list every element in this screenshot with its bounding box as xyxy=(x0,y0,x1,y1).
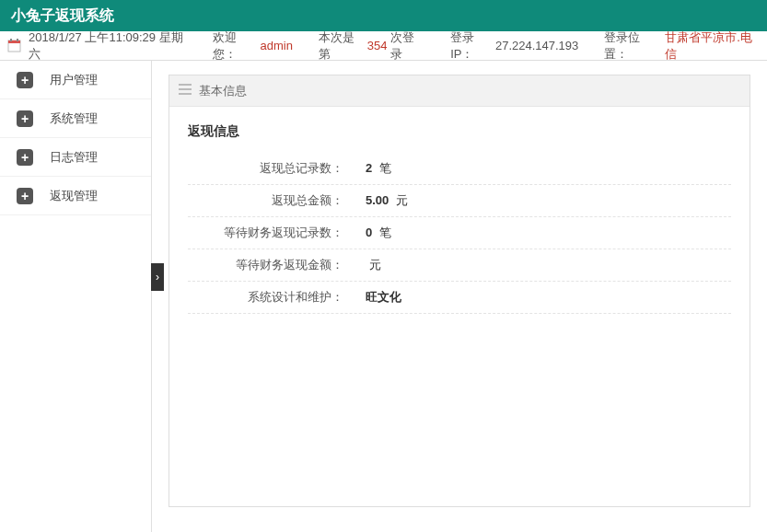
value-unit: 元 xyxy=(396,193,408,207)
login-count-suffix: 次登录 xyxy=(390,29,424,63)
svg-rect-5 xyxy=(179,88,192,90)
svg-rect-3 xyxy=(17,39,18,41)
location-label: 登录位置： xyxy=(604,29,661,63)
welcome-segment: 欢迎您： admin xyxy=(213,29,293,63)
plus-icon: + xyxy=(17,110,33,127)
info-label: 系统设计和维护： xyxy=(188,289,349,306)
location-segment: 登录位置： 甘肃省平凉市.电信 xyxy=(604,29,760,63)
value-unit: 元 xyxy=(369,258,381,272)
info-value: 2 笔 xyxy=(349,160,731,177)
info-value: 旺文化 xyxy=(349,289,731,306)
info-value: 5.00 元 xyxy=(349,192,731,209)
ip-segment: 登录IP： 27.224.147.193 xyxy=(450,29,578,63)
panel-title: 基本信息 xyxy=(199,83,247,99)
app-header: 小兔子返现系统 xyxy=(0,0,767,31)
username-text: admin xyxy=(260,39,292,52)
datetime-text: 2018/1/27 上午11:09:29 星期六 xyxy=(29,29,187,63)
value-number: 2 xyxy=(366,161,372,175)
info-panel: 基本信息 返现信息 返现总记录数： 2 笔 返现总金额： 5.00 元 xyxy=(169,75,750,507)
chevron-right-icon: › xyxy=(156,271,159,283)
info-row: 等待财务返现金额： 元 xyxy=(188,249,731,282)
info-label: 等待财务返现金额： xyxy=(188,257,349,273)
svg-rect-4 xyxy=(179,84,192,86)
value-unit: 笔 xyxy=(379,226,391,239)
value-unit: 笔 xyxy=(379,161,391,175)
sidebar-item-label: 日志管理 xyxy=(50,149,98,166)
section-title: 返现信息 xyxy=(188,123,731,140)
svg-rect-1 xyxy=(8,40,20,43)
info-row: 返现总记录数： 2 笔 xyxy=(188,153,731,185)
plus-icon: + xyxy=(17,72,33,88)
plus-icon: + xyxy=(17,188,33,204)
ip-label: 登录IP： xyxy=(450,29,492,63)
sidebar-item-system[interactable]: + 系统管理 xyxy=(0,99,151,138)
info-row: 返现总金额： 5.00 元 xyxy=(188,185,731,217)
login-count-segment: 本次是第 354 次登录 xyxy=(319,29,424,63)
welcome-label: 欢迎您： xyxy=(213,29,257,63)
datetime-segment: 2018/1/27 上午11:09:29 星期六 xyxy=(7,29,187,63)
info-value: 0 笔 xyxy=(349,225,731,241)
sidebar-item-label: 返现管理 xyxy=(50,188,98,204)
location-value: 甘肃省平凉市.电信 xyxy=(665,29,760,63)
info-value: 元 xyxy=(349,257,731,273)
ip-value: 27.224.147.193 xyxy=(495,39,578,52)
sidebar-item-label: 系统管理 xyxy=(50,110,98,127)
plus-icon: + xyxy=(17,149,33,166)
info-bar: 2018/1/27 上午11:09:29 星期六 欢迎您： admin 本次是第… xyxy=(0,31,767,61)
main-area: › 基本信息 返现信息 返现总记录数： 2 笔 返现总金额 xyxy=(152,61,767,532)
value-number: 旺文化 xyxy=(366,290,401,304)
info-label: 等待财务返现记录数： xyxy=(188,225,349,241)
info-label: 返现总记录数： xyxy=(188,160,349,177)
calendar-icon xyxy=(7,39,21,52)
info-row: 等待财务返现记录数： 0 笔 xyxy=(188,217,731,249)
login-count-value: 354 xyxy=(367,39,388,52)
sidebar-item-logs[interactable]: + 日志管理 xyxy=(0,138,151,177)
svg-rect-2 xyxy=(10,39,12,41)
sidebar: + 用户管理 + 系统管理 + 日志管理 + 返现管理 xyxy=(0,61,152,532)
sidebar-item-cashback[interactable]: + 返现管理 xyxy=(0,177,151,215)
svg-rect-6 xyxy=(179,93,192,95)
info-label: 返现总金额： xyxy=(188,192,349,209)
sidebar-item-users[interactable]: + 用户管理 xyxy=(0,61,151,99)
info-row: 系统设计和维护： 旺文化 xyxy=(188,282,731,314)
body-container: + 用户管理 + 系统管理 + 日志管理 + 返现管理 › 基本信息 xyxy=(0,61,767,532)
panel-header: 基本信息 xyxy=(169,75,750,107)
value-number: 0 xyxy=(366,226,372,239)
value-number: 5.00 xyxy=(366,193,389,207)
panel-body: 返现信息 返现总记录数： 2 笔 返现总金额： 5.00 元 等 xyxy=(169,107,750,330)
sidebar-item-label: 用户管理 xyxy=(50,72,98,88)
login-count-prefix: 本次是第 xyxy=(319,29,364,63)
app-title: 小兔子返现系统 xyxy=(11,6,114,26)
list-icon xyxy=(179,84,192,98)
sidebar-collapse-handle[interactable]: › xyxy=(151,263,164,291)
